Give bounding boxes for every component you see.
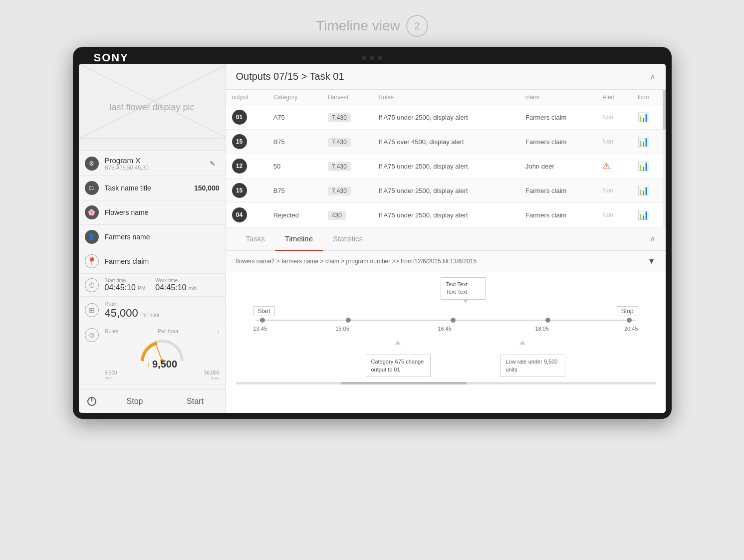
tab-timeline[interactable]: Timeline [275, 227, 323, 251]
cell-rules: If A75 over 4500, display alert [372, 130, 519, 154]
outputs-table-wrapper: output Category Harvest Rules claim Aler… [226, 90, 666, 227]
main-content: Outputs 07/15 > Task 01 ∧ output Categor… [226, 64, 666, 413]
cell-alert: Non [596, 203, 632, 227]
stop-label: Stop [617, 306, 638, 316]
tabs-section: Tasks Timeline Statistics ∧ [226, 227, 666, 251]
table-scrollbar-thumb [663, 90, 666, 130]
dot-2 [346, 318, 351, 323]
page-title: Timeline view [316, 18, 400, 34]
rate-icon: ⊞ [85, 303, 99, 317]
cell-output: 04 [226, 203, 267, 227]
cell-output: 15 [226, 179, 267, 203]
table-row[interactable]: 12507,430If A75 under 2500, display aler… [226, 154, 666, 179]
time-icon: ⏱ [85, 278, 99, 292]
start-button[interactable]: Start [165, 390, 226, 413]
claim-label: Farmers claim [105, 257, 149, 265]
cell-alert: Non [596, 130, 632, 154]
edit-button[interactable]: ✎ [206, 157, 220, 171]
outputs-title: Outputs 07/15 > Task 01 [236, 71, 344, 82]
table-scrollbar[interactable] [663, 90, 666, 227]
filter-icon[interactable]: ▼ [648, 257, 656, 266]
timeline-line [256, 320, 636, 321]
program-content: Program X B75,A75,50,45,30 ✎ [105, 156, 220, 171]
table-row[interactable]: 15B757,430If A75 under 2500, display ale… [226, 179, 666, 203]
cell-category: Rejected [267, 203, 322, 227]
start-time-block: Start time 04:45:10 PM [105, 278, 146, 292]
farmers-icon: 👤 [85, 230, 99, 244]
tooltip-text-text: Text TextText Text [441, 277, 486, 300]
work-time-label: Work time [155, 278, 197, 283]
start-time-label: Start time [105, 278, 146, 283]
tabs-collapse-icon[interactable]: ∧ [650, 234, 656, 243]
cell-harvest: 7,430 [322, 105, 373, 130]
tab-statistics[interactable]: Statistics [323, 227, 373, 251]
bar-chart-icon: 📊 [638, 112, 649, 122]
tooltip-left-arrow [395, 341, 401, 345]
time-1805: 18:05 [535, 326, 549, 332]
flowers-icon: 🌸 [85, 205, 99, 219]
gauge-min: 9,500 min [105, 370, 117, 380]
timeline-header: flowers name2 > farmers name > claim > p… [226, 251, 666, 272]
tablet-screen: last flower display pic ⚙ Program X B75,… [79, 64, 666, 413]
tooltip-right-arrow [519, 341, 525, 345]
claim-content: Farmers claim [105, 257, 220, 265]
cell-icon: 📊 [632, 154, 666, 179]
placeholder-cross [79, 64, 226, 139]
harvest-badge: 7,430 [328, 162, 351, 171]
tabs-list: Tasks Timeline Statistics [236, 227, 373, 250]
task-label: Task name title [105, 184, 151, 192]
time-2045: 20:45 [624, 326, 638, 332]
cell-rules: If A75 under 2500, display alert [372, 105, 519, 130]
sidebar-item-farmers[interactable]: 👤 Farmers name [79, 225, 226, 249]
timeline-scrollbar-track[interactable] [236, 382, 656, 384]
flower-image: last flower display pic [79, 64, 226, 151]
rules-chevron[interactable]: › [218, 328, 220, 334]
tooltip-lowrate-text: Low rate under 9,500units [506, 359, 558, 372]
dot-5 [627, 318, 632, 323]
col-output: output [226, 90, 267, 105]
task-icon: 01 [85, 181, 99, 195]
program-info: Program X B75,A75,50,45,30 [105, 156, 149, 171]
rules-label: Rules [105, 328, 119, 334]
sidebar-item-task[interactable]: 01 Task name title 150,000 [79, 176, 226, 200]
output-badge: 12 [232, 159, 247, 174]
output-badge: 01 [232, 110, 247, 125]
tablet-top-bar: SONY [79, 53, 666, 64]
timeline-visualization: Text TextText Text Start Stop [226, 272, 666, 382]
time-1505: 15:05 [336, 326, 350, 332]
tablet-camera-1 [362, 56, 366, 60]
tablet-camera-3 [378, 56, 382, 60]
cell-icon: 📊 [632, 130, 666, 154]
sidebar-bottom-buttons: Stop Start [79, 389, 226, 413]
task-content: Task name title 150,000 [105, 184, 220, 192]
task-value: 150,000 [194, 184, 220, 192]
sidebar-item-flowers[interactable]: 🌸 Flowers name [79, 200, 226, 225]
table-row[interactable]: 01A757,430If A75 under 2500, display ale… [226, 105, 666, 130]
bar-chart-icon: 📊 [638, 186, 649, 195]
gauge-container: ↑ 9,500 9,500 min 50,000 max [105, 336, 220, 380]
tooltip-text-arrow [463, 299, 469, 303]
sidebar-item-claim[interactable]: 📍 Farmers claim [79, 249, 226, 274]
time-details: Start time 04:45:10 PM Work time 04:45:1… [105, 278, 220, 292]
cell-rules: If A75 under 2500, display alert [372, 179, 519, 203]
tab-tasks[interactable]: Tasks [236, 227, 275, 251]
table-row[interactable]: 04Rejected430If A75 under 2500, display … [226, 203, 666, 227]
settings-icon: ⚙ [85, 157, 99, 171]
col-harvest: Harvest [322, 90, 373, 105]
cell-icon: 📊 [632, 203, 666, 227]
sidebar-rate: ⊞ Rate 45,000 Per hour [79, 297, 226, 324]
cell-output: 12 [226, 154, 267, 179]
gauge-value-area: ↑ 9,500 [147, 359, 177, 370]
sidebar-item-program[interactable]: ⚙ Program X B75,A75,50,45,30 ✎ [79, 151, 226, 176]
start-time-value: 04:45:10 PM [105, 283, 146, 292]
cell-category: 50 [267, 154, 322, 179]
col-category: Category [267, 90, 322, 105]
flowers-content: Flowers name [105, 208, 220, 216]
start-label: Start [253, 306, 275, 316]
stop-button[interactable]: Stop [105, 390, 165, 413]
output-badge: 04 [232, 207, 247, 222]
table-row[interactable]: 15B757,430If A75 over 4500, display aler… [226, 130, 666, 154]
rules-per-hour: Per hour [158, 328, 179, 334]
claim-icon: 📍 [85, 254, 99, 268]
outputs-collapse-icon[interactable]: ∧ [650, 72, 656, 81]
